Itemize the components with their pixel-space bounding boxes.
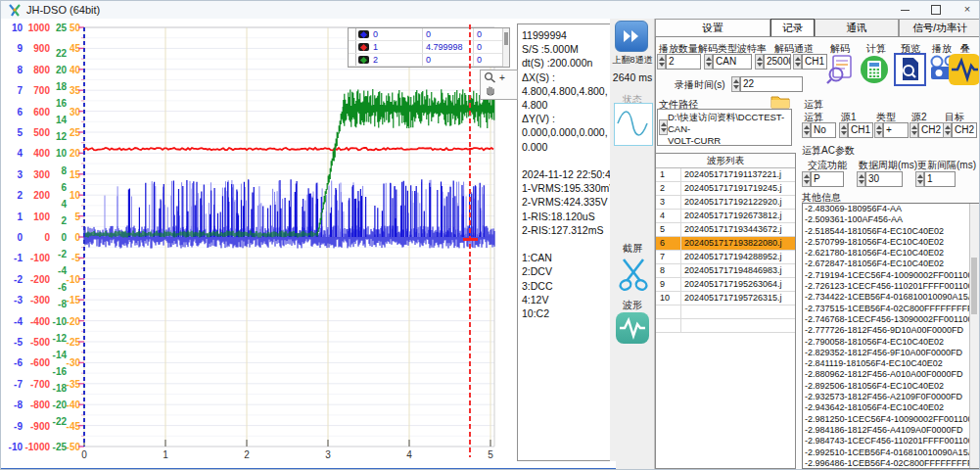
legend-value-1: 0 — [423, 28, 474, 40]
measure-cursor-line[interactable] — [469, 24, 471, 457]
legend-row-partial — [349, 67, 509, 68]
legend-row[interactable]: 1 4.799998 0 — [349, 41, 509, 54]
bottom-collapsed-panel[interactable] — [1, 461, 616, 470]
app-window: JH-DSO (64bit) × 109876543210-1-2-3-4-5-… — [0, 0, 980, 470]
channel-2-icon — [358, 56, 369, 64]
legend-channel: 1 — [370, 41, 423, 53]
channel-0-icon — [358, 30, 369, 38]
pan-tool[interactable] — [481, 84, 517, 97]
legend-value-1: 0 — [423, 54, 474, 66]
hand-icon — [485, 84, 496, 96]
cursor-cross-marker — [463, 238, 478, 241]
legend-row[interactable]: 0 0 0 — [349, 28, 509, 41]
legend-row[interactable]: 2 0 0 — [349, 54, 509, 67]
channel-1-icon — [358, 43, 369, 51]
legend-value-1: 4.799998 — [423, 41, 474, 53]
channel-legend[interactable]: 0 0 0 1 4.799998 0 2 0 0 — [348, 27, 510, 68]
legend-channel: 0 — [370, 28, 423, 40]
zoom-in-tool[interactable]: + — [481, 70, 517, 84]
magnifier-icon — [484, 71, 496, 83]
zoom-plus-label: + — [499, 72, 505, 83]
legend-channel: 2 — [370, 54, 423, 66]
legend-scrollbar[interactable] — [502, 28, 509, 67]
plot-tool-box: + — [480, 70, 518, 100]
left-cursor-line[interactable] — [83, 27, 85, 446]
